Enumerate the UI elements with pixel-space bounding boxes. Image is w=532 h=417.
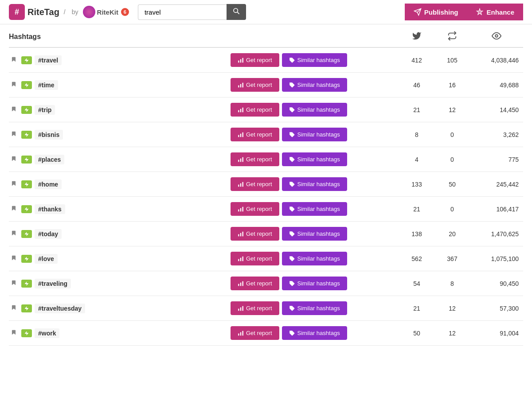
svg-marker-13 — [25, 108, 29, 112]
svg-rect-39 — [243, 231, 243, 236]
svg-rect-11 — [238, 85, 239, 87]
hashtag-cell: #time — [9, 80, 231, 90]
hashtag-name: #bisnis — [35, 130, 63, 140]
bookmark-button[interactable] — [9, 304, 19, 313]
bookmark-button[interactable] — [9, 55, 19, 65]
hashtag-rows: #travel Get report Similar hashtags 412 … — [9, 48, 523, 346]
svg-rect-34 — [243, 207, 243, 211]
similar-hashtags-button[interactable]: Similar hashtags — [282, 177, 347, 191]
col-hashtag-header: Hashtags — [9, 33, 231, 41]
twitter-stat: 21 — [399, 206, 434, 213]
bookmark-button[interactable] — [9, 80, 19, 90]
retweet-stat: 0 — [434, 131, 470, 138]
hashtag-cell: #thanks — [9, 204, 231, 214]
similar-hashtags-button[interactable]: Similar hashtags — [282, 152, 347, 166]
get-report-button[interactable]: Get report — [231, 252, 279, 265]
bookmark-button[interactable] — [9, 179, 19, 189]
similar-hashtags-button[interactable]: Similar hashtags — [282, 252, 347, 265]
actions-cell: Get report Similar hashtags — [231, 277, 399, 290]
svg-point-2 — [495, 35, 498, 37]
get-report-button[interactable]: Get report — [231, 128, 279, 141]
similar-hashtags-button[interactable]: Similar hashtags — [282, 128, 347, 141]
bookmark-button[interactable] — [9, 155, 19, 164]
main-content: Hashtags — [0, 24, 532, 346]
table-header: Hashtags — [9, 24, 523, 48]
svg-marker-38 — [25, 232, 29, 236]
svg-rect-16 — [238, 110, 239, 112]
similar-hashtags-button[interactable]: Similar hashtags — [282, 301, 347, 315]
svg-rect-19 — [243, 132, 243, 137]
get-report-button[interactable]: Get report — [231, 177, 279, 191]
similar-hashtags-button[interactable]: Similar hashtags — [282, 78, 347, 92]
twitter-stat: 50 — [399, 330, 434, 337]
bookmark-button[interactable] — [9, 328, 19, 338]
chart-icon — [238, 156, 244, 163]
table-row: #work Get report Similar hashtags 50 12 … — [9, 321, 523, 346]
svg-rect-54 — [243, 306, 243, 311]
svg-marker-53 — [25, 306, 29, 311]
table-row: #traveltuesday Get report Similar hashta… — [9, 296, 523, 321]
get-report-button[interactable]: Get report — [231, 301, 279, 315]
hashtag-name: #today — [35, 229, 62, 239]
retweet-stat: 12 — [434, 305, 470, 312]
svg-rect-55 — [240, 307, 241, 311]
publishing-button[interactable]: Publishing — [405, 4, 467, 20]
lightning-icon — [24, 132, 29, 138]
chart-icon — [238, 57, 244, 63]
lightning-icon — [24, 206, 29, 212]
get-report-button[interactable]: Get report — [231, 202, 279, 216]
similar-hashtags-button[interactable]: Similar hashtags — [282, 277, 347, 290]
chart-icon — [238, 231, 244, 237]
svg-line-1 — [237, 12, 239, 14]
similar-hashtags-button[interactable]: Similar hashtags — [282, 103, 347, 117]
ritetag-logo-text: RiteTag — [27, 7, 59, 17]
get-report-button[interactable]: Get report — [231, 277, 279, 290]
get-report-button[interactable]: Get report — [231, 152, 279, 166]
ritekit-logo: RiteKit 6 — [83, 6, 129, 18]
hashtag-name: #traveltuesday — [35, 304, 85, 313]
tag-icon — [289, 107, 295, 113]
table-row: #trip Get report Similar hashtags 21 12 … — [9, 97, 523, 122]
svg-rect-9 — [243, 82, 243, 87]
bookmark-button[interactable] — [9, 105, 19, 115]
search-input[interactable] — [138, 4, 227, 20]
trend-icon — [21, 304, 32, 312]
get-report-button[interactable]: Get report — [231, 326, 279, 340]
bookmark-button[interactable] — [9, 279, 19, 288]
trend-icon — [21, 81, 32, 89]
svg-rect-45 — [240, 257, 241, 261]
svg-marker-28 — [25, 182, 29, 187]
bookmark-button[interactable] — [9, 254, 19, 264]
hashtag-cell: #bisnis — [9, 130, 231, 140]
get-report-button[interactable]: Get report — [231, 103, 279, 117]
bookmark-button[interactable] — [9, 229, 19, 239]
similar-hashtags-button[interactable]: Similar hashtags — [282, 227, 347, 241]
svg-rect-4 — [243, 58, 243, 62]
similar-hashtags-button[interactable]: Similar hashtags — [282, 326, 347, 340]
similar-hashtags-button[interactable]: Similar hashtags — [282, 53, 347, 67]
twitter-stat: 133 — [399, 181, 434, 188]
svg-rect-6 — [238, 60, 239, 62]
svg-rect-44 — [243, 256, 243, 261]
search-button[interactable] — [227, 4, 246, 20]
actions-cell: Get report Similar hashtags — [231, 326, 399, 340]
bookmark-button[interactable] — [9, 204, 19, 214]
search-area — [138, 4, 246, 20]
bookmark-button[interactable] — [9, 130, 19, 140]
get-report-button[interactable]: Get report — [231, 53, 279, 67]
bookmark-icon — [11, 106, 17, 112]
twitter-stat: 21 — [399, 106, 434, 113]
get-report-button[interactable]: Get report — [231, 78, 279, 92]
actions-cell: Get report Similar hashtags — [231, 103, 399, 117]
actions-cell: Get report Similar hashtags — [231, 53, 399, 67]
enhance-button[interactable]: Enhance — [467, 4, 523, 20]
chart-icon — [238, 132, 244, 138]
actions-cell: Get report Similar hashtags — [231, 252, 399, 265]
get-report-button[interactable]: Get report — [231, 227, 279, 241]
similar-hashtags-button[interactable]: Similar hashtags — [282, 202, 347, 216]
hashtag-name: #love — [35, 254, 58, 264]
retweet-stat: 12 — [434, 330, 470, 337]
svg-rect-26 — [238, 160, 239, 162]
chart-icon — [238, 82, 244, 88]
hashtag-cell: #places — [9, 155, 231, 164]
